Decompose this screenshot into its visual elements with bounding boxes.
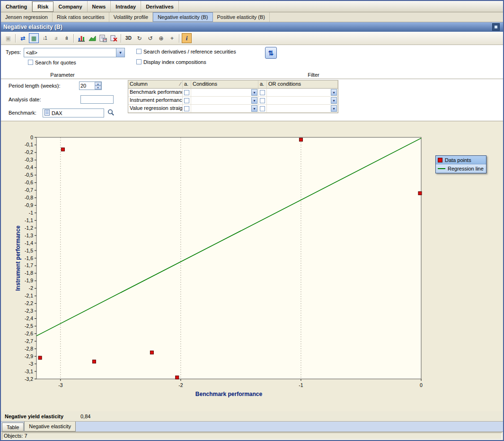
- result-row: Negative yield elasticity 0,84: [1, 411, 503, 422]
- tab-charting[interactable]: Charting: [1, 1, 32, 12]
- benchmark-field[interactable]: DAX: [43, 108, 104, 117]
- rotate-back-icon[interactable]: ↺: [145, 33, 155, 43]
- period-length-input[interactable]: [80, 82, 96, 90]
- svg-text:-1,2: -1,2: [25, 225, 33, 231]
- legend-item-data-points[interactable]: Data points: [436, 156, 486, 164]
- subtab-positive-elasticity[interactable]: Positive elasticity (B): [213, 12, 270, 22]
- chevron-down-icon[interactable]: [331, 89, 337, 96]
- 3d-view-icon[interactable]: 3D: [124, 33, 133, 43]
- svg-text:-1,8: -1,8: [25, 270, 33, 276]
- tab-derivatives[interactable]: Derivatives: [141, 1, 179, 12]
- delete-chart-icon[interactable]: [109, 33, 119, 43]
- and-checkbox[interactable]: [184, 106, 189, 111]
- sort-ascending-icon: ∕: [180, 81, 181, 87]
- panel-menu-button[interactable]: [492, 23, 500, 31]
- copy-chart-icon[interactable]: ▣: [3, 33, 13, 43]
- start-search-button[interactable]: ⇅: [265, 47, 277, 59]
- chevron-down-icon[interactable]: [331, 97, 337, 104]
- filter-and-cell: [183, 89, 191, 97]
- area-chart-icon[interactable]: [87, 33, 97, 43]
- tab-news[interactable]: News: [88, 1, 111, 12]
- bottom-tab-bar: Table Negative elasticity: [1, 422, 503, 432]
- svg-text:-2: -2: [178, 382, 183, 388]
- objects-count: Objects: 7: [2, 432, 502, 440]
- tab-company[interactable]: Company: [53, 1, 87, 12]
- sort-values-icon[interactable]: ↓ı: [51, 33, 61, 43]
- chevron-down-icon[interactable]: [116, 48, 124, 57]
- application-window: Charting Risk Company News Intraday Deri…: [0, 0, 504, 441]
- info-icon[interactable]: i: [182, 33, 192, 43]
- and-checkbox[interactable]: [260, 90, 265, 95]
- refresh-chart-icon[interactable]: ⇄: [18, 33, 28, 43]
- filter-header-conditions[interactable]: Conditions: [191, 81, 258, 89]
- chart-canvas[interactable]: 0-0,1-0,2-0,3-0,4-0,5-0,6-0,7-0,8-0,9-1-…: [1, 121, 503, 411]
- legend-label: Regression line: [448, 166, 484, 171]
- tab-risk[interactable]: Risk: [32, 1, 53, 12]
- analysis-date-input[interactable]: [80, 95, 114, 104]
- subtab-risk-ratios-securities[interactable]: Risk ratios securities: [53, 12, 109, 22]
- search-for-quotes-option: Search for quotes: [28, 59, 76, 65]
- and-checkbox[interactable]: [260, 98, 265, 103]
- subtab-jensen-regression[interactable]: Jensen regression: [1, 12, 53, 22]
- conditions-dropdown[interactable]: [191, 105, 258, 113]
- filter-row-label: Benchmark performance: [128, 89, 183, 97]
- search-derivatives-checkbox[interactable]: [136, 49, 141, 54]
- svg-text:-0,6: -0,6: [25, 180, 33, 185]
- subtab-volatility-profile[interactable]: Volatility profile: [109, 12, 153, 22]
- types-dropdown[interactable]: <all>: [24, 48, 125, 57]
- chevron-down-icon[interactable]: [251, 89, 257, 96]
- display-index-label: Display index compositions: [143, 59, 206, 65]
- chart-toolbar: ▣ ⇄ ▦ ↓1 ↓ı ılı 3D ↻ ↺ ⊕ + i: [1, 32, 503, 45]
- display-index-checkbox[interactable]: [136, 59, 141, 64]
- chevron-down-icon[interactable]: [331, 105, 337, 112]
- svg-text:0: 0: [30, 135, 33, 140]
- svg-text:-0,1: -0,1: [25, 142, 33, 147]
- svg-text:-2,4: -2,4: [25, 315, 33, 321]
- and-checkbox[interactable]: [184, 98, 189, 103]
- analysis-date-label: Analysis date:: [9, 97, 41, 102]
- legend-label: Data points: [445, 157, 471, 163]
- bottom-tab-table[interactable]: Table: [2, 423, 24, 432]
- filter-header-and[interactable]: a.: [183, 81, 191, 89]
- refresh-icon: ⇅: [268, 49, 274, 57]
- conditions-dropdown[interactable]: [191, 97, 258, 105]
- and-checkbox[interactable]: [184, 90, 189, 95]
- tab-intraday[interactable]: Intraday: [111, 1, 141, 12]
- spin-up-button[interactable]: [95, 82, 101, 86]
- svg-text:Instrument performance: Instrument performance: [15, 225, 21, 291]
- or-conditions-dropdown[interactable]: [267, 97, 338, 105]
- sort-descending-icon[interactable]: ↓1: [40, 33, 50, 43]
- bar-chart-icon[interactable]: [76, 33, 86, 43]
- chart-grid-toggle-icon[interactable]: ▦: [29, 33, 39, 43]
- chevron-down-icon[interactable]: [251, 97, 257, 104]
- period-length-label: Period length (weeks):: [9, 83, 60, 89]
- benchmark-search-button[interactable]: [106, 108, 115, 117]
- conditions-dropdown[interactable]: [191, 89, 258, 97]
- chevron-down-icon[interactable]: [251, 105, 257, 112]
- search-for-quotes-checkbox[interactable]: [28, 60, 33, 65]
- pan-icon[interactable]: ⊕: [156, 33, 166, 43]
- svg-text:-3,1: -3,1: [25, 369, 33, 374]
- filter-and-cell: [183, 105, 191, 113]
- filter-header-or-conditions[interactable]: OR conditions: [267, 81, 338, 89]
- or-conditions-dropdown[interactable]: [267, 105, 338, 113]
- negative-yield-elasticity-value: 0,84: [80, 414, 90, 419]
- search-derivatives-option: Search derivatives / reference securitie…: [136, 48, 236, 54]
- legend-item-regression-line[interactable]: Regression line: [436, 164, 486, 173]
- filter-header-and2[interactable]: a.: [258, 81, 267, 89]
- subtab-negative-elasticity[interactable]: Negative elasticity (B): [153, 12, 212, 22]
- chart-report-icon[interactable]: [98, 33, 108, 43]
- bottom-tab-negative-elasticity[interactable]: Negative elasticity: [24, 422, 76, 432]
- histogram-icon[interactable]: ılı: [62, 33, 71, 43]
- spin-down-button[interactable]: [95, 86, 101, 90]
- filter-row-label: Value regression straight: [128, 105, 183, 113]
- and-checkbox[interactable]: [260, 106, 265, 111]
- svg-text:-1,9: -1,9: [25, 278, 33, 283]
- rotate-icon[interactable]: ↻: [134, 33, 144, 43]
- crosshair-icon[interactable]: +: [167, 33, 177, 43]
- or-conditions-dropdown[interactable]: [267, 89, 338, 97]
- period-length-field: [79, 81, 102, 90]
- filter-header-column[interactable]: Column∕: [128, 81, 183, 89]
- svg-text:-0,5: -0,5: [25, 172, 33, 178]
- svg-text:0: 0: [420, 382, 423, 388]
